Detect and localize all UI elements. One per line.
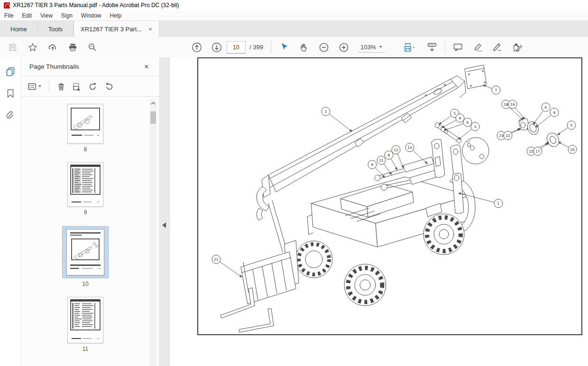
menu-file[interactable]: File xyxy=(0,12,18,19)
svg-text:11: 11 xyxy=(379,158,384,163)
menu-sign[interactable]: Sign xyxy=(57,12,77,19)
menu-help[interactable]: Help xyxy=(106,12,126,19)
acrobat-logo-icon xyxy=(4,2,10,9)
thumbnail-page-label: 11 xyxy=(67,346,103,352)
hand-tool-icon[interactable] xyxy=(296,40,312,55)
thumbnail-page-9[interactable]: 9 xyxy=(67,162,103,216)
thumbnail-list: 8 xyxy=(21,96,150,366)
svg-text:19: 19 xyxy=(510,102,515,107)
svg-text:15: 15 xyxy=(529,149,533,154)
comment-icon[interactable] xyxy=(450,40,466,55)
window-title: XR1267 TIER 3 Parts Manual.pdf - Adobe A… xyxy=(13,2,179,9)
delete-page-icon[interactable] xyxy=(57,82,65,91)
panel-toolbar-divider xyxy=(49,81,49,92)
page-number-input[interactable] xyxy=(227,41,246,54)
zoom-level-dropdown[interactable]: 103% xyxy=(358,42,385,53)
svg-text:4: 4 xyxy=(553,110,556,115)
page-thumbnails-panel-icon[interactable] xyxy=(6,67,15,76)
print-icon[interactable] xyxy=(64,40,81,55)
collapse-panel-arrow-icon[interactable] xyxy=(162,222,166,228)
fill-sign-icon[interactable] xyxy=(490,40,506,55)
highlight-icon[interactable] xyxy=(470,40,486,55)
page-figure-border: 2718196452322151716546312810119121 xyxy=(197,57,582,335)
page-total-label: / 399 xyxy=(249,44,263,51)
title-bar: XR1267 TIER 3 Parts Manual.pdf - Adobe A… xyxy=(0,0,588,10)
main-content: Page Thumbnails × xyxy=(0,57,588,366)
select-cursor-icon[interactable] xyxy=(276,40,292,55)
panel-header: Page Thumbnails × xyxy=(21,57,159,76)
document-area[interactable]: 2718196452322151716546312810119121 xyxy=(170,57,588,366)
svg-text:21: 21 xyxy=(214,257,219,262)
zoom-out-icon[interactable] xyxy=(316,40,332,55)
rotate-cw-icon[interactable] xyxy=(104,82,114,91)
page-thumbnails-panel: Page Thumbnails × xyxy=(21,57,159,366)
svg-text:4: 4 xyxy=(459,116,461,120)
panel-scrollbar[interactable] xyxy=(150,99,156,366)
thumbnail-page-label: 9 xyxy=(67,209,103,216)
tab-document-label: XR1267 TIER 3 Part... xyxy=(81,26,142,33)
tab-close-icon[interactable]: × xyxy=(148,26,152,33)
tab-tools[interactable]: Tools xyxy=(38,21,74,37)
page-scrolling-icon[interactable] xyxy=(424,40,440,55)
thumbnail-options-icon[interactable] xyxy=(28,82,41,91)
previous-page-icon[interactable] xyxy=(189,40,205,55)
svg-text:2: 2 xyxy=(325,110,327,114)
thumbnail-page-label: 8 xyxy=(67,146,103,153)
panel-close-icon[interactable]: × xyxy=(144,62,149,72)
svg-text:5: 5 xyxy=(454,111,456,116)
zoom-level-value: 103% xyxy=(360,44,376,51)
chevron-down-icon xyxy=(379,46,382,48)
tab-bar: Home Tools XR1267 TIER 3 Part... × xyxy=(0,21,588,37)
scroll-up-icon[interactable] xyxy=(150,100,156,107)
attachments-panel-icon[interactable] xyxy=(6,110,15,120)
svg-text:7: 7 xyxy=(495,88,497,92)
menu-edit[interactable]: Edit xyxy=(18,12,36,19)
toolbar-divider xyxy=(271,41,271,54)
svg-text:16: 16 xyxy=(570,147,575,152)
svg-text:12: 12 xyxy=(394,148,398,152)
svg-text:5: 5 xyxy=(570,123,573,128)
zoom-in-icon[interactable] xyxy=(336,40,352,55)
navigation-rail xyxy=(0,57,21,366)
tab-home[interactable]: Home xyxy=(0,21,38,37)
svg-text:10: 10 xyxy=(407,146,412,150)
parts-diagram: 2718196452322151716546312810119121 xyxy=(198,58,581,334)
svg-text:1: 1 xyxy=(497,201,500,206)
toolbar-divider xyxy=(445,41,445,54)
menu-window[interactable]: Window xyxy=(77,12,106,19)
panel-separator[interactable] xyxy=(159,57,170,366)
panel-title: Page Thumbnails xyxy=(29,63,144,70)
thumbnail-selection xyxy=(62,226,109,278)
star-favorites-icon[interactable] xyxy=(25,40,41,55)
tab-document[interactable]: XR1267 TIER 3 Part... × xyxy=(74,21,159,37)
svg-text:6: 6 xyxy=(467,120,469,125)
send-for-review-icon[interactable] xyxy=(510,40,526,55)
thumbnail-page-11[interactable]: 11 xyxy=(67,297,103,352)
svg-text:17: 17 xyxy=(535,149,540,154)
thumbnail-page-10[interactable]: 10 xyxy=(62,226,109,287)
svg-text:23: 23 xyxy=(499,134,504,138)
rotate-ccw-icon[interactable] xyxy=(88,82,98,91)
cloud-upload-icon[interactable] xyxy=(45,40,61,55)
extract-page-icon[interactable] xyxy=(72,82,82,91)
thumbnail-page-8[interactable]: 8 xyxy=(67,104,103,153)
next-page-icon[interactable] xyxy=(209,40,225,55)
svg-text:9: 9 xyxy=(371,163,374,167)
thumbnail-page-label: 10 xyxy=(62,281,109,287)
panel-toolbar xyxy=(21,76,159,97)
svg-text:8: 8 xyxy=(388,153,390,157)
scrollbar-thumb[interactable] xyxy=(150,111,156,124)
menu-bar: File Edit View Sign Window Help xyxy=(0,10,588,21)
chevron-down-icon xyxy=(38,85,41,87)
main-toolbar: / 399 103% xyxy=(0,37,588,58)
svg-text:6: 6 xyxy=(545,105,547,110)
fit-width-icon[interactable] xyxy=(399,40,420,55)
svg-text:22: 22 xyxy=(505,134,510,138)
menu-view[interactable]: View xyxy=(36,12,57,19)
save-icon[interactable] xyxy=(5,40,21,55)
acrobat-window: XR1267 TIER 3 Parts Manual.pdf - Adobe A… xyxy=(0,0,588,366)
bookmarks-panel-icon[interactable] xyxy=(6,89,15,98)
svg-text:3: 3 xyxy=(474,125,477,129)
svg-text:18: 18 xyxy=(504,102,508,107)
search-icon[interactable] xyxy=(84,40,101,55)
